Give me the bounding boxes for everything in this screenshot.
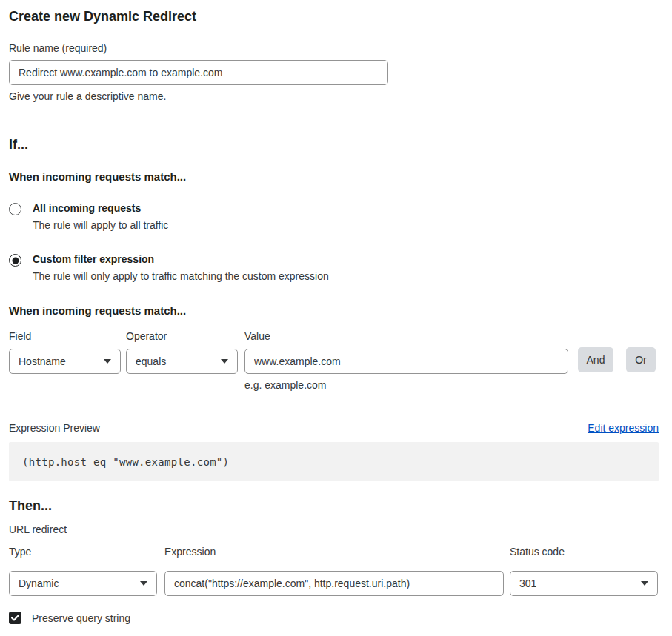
type-label: Type	[9, 546, 157, 558]
expression-preview-label: Expression Preview	[9, 422, 100, 434]
expression-preview-code: (http.host eq "www.example.com")	[9, 442, 659, 481]
value-label: Value	[244, 330, 568, 342]
radio-checked-icon[interactable]	[9, 254, 21, 267]
if-heading: If...	[9, 137, 659, 153]
filter-heading: When incoming requests match...	[9, 304, 659, 317]
redirect-config-row: Type Dynamic Expression Status code 301	[9, 546, 659, 596]
or-button[interactable]: Or	[626, 347, 656, 372]
checkbox-checked-icon[interactable]	[9, 612, 21, 624]
expression-input[interactable]	[164, 571, 504, 596]
page-title: Create new Dynamic Redirect	[9, 9, 659, 24]
url-redirect-label: URL redirect	[9, 523, 659, 535]
field-select-value: Hostname	[19, 355, 66, 367]
type-select-value: Dynamic	[19, 578, 59, 589]
value-input[interactable]	[244, 349, 568, 374]
operator-select-value: equals	[136, 355, 166, 367]
section-divider	[9, 118, 659, 118]
chevron-down-icon	[641, 581, 648, 586]
field-label: Field	[9, 330, 121, 342]
status-code-label: Status code	[510, 546, 658, 558]
preserve-query-string-label: Preserve query string	[32, 612, 130, 624]
match-heading: When incoming requests match...	[9, 170, 659, 183]
radio-option-all-requests[interactable]: All incoming requests The rule will appl…	[9, 202, 659, 231]
rule-name-label: Rule name (required)	[9, 42, 659, 54]
radio-unchecked-icon[interactable]	[9, 203, 21, 215]
radio-desc-all-requests: The rule will apply to all traffic	[33, 219, 168, 231]
value-helper: e.g. example.com	[244, 379, 568, 391]
and-button[interactable]: And	[578, 347, 613, 372]
then-heading: Then...	[9, 498, 659, 514]
match-radio-group: All incoming requests The rule will appl…	[9, 202, 659, 282]
operator-select[interactable]: equals	[126, 349, 238, 374]
preserve-query-string-option[interactable]: Preserve query string	[9, 612, 659, 624]
radio-option-custom-filter[interactable]: Custom filter expression The rule will o…	[9, 253, 659, 282]
edit-expression-link[interactable]: Edit expression	[588, 422, 659, 434]
radio-label-all-requests: All incoming requests	[33, 202, 168, 214]
create-redirect-form: Create new Dynamic Redirect Rule name (r…	[0, 0, 672, 636]
status-code-select-value: 301	[519, 578, 536, 589]
chevron-down-icon	[104, 359, 111, 364]
type-select[interactable]: Dynamic	[9, 571, 157, 596]
radio-label-custom-filter: Custom filter expression	[33, 253, 329, 265]
filter-builder-row: Field Hostname Operator equals Value e.g…	[9, 330, 659, 391]
chevron-down-icon	[221, 359, 228, 364]
expression-label: Expression	[164, 546, 504, 558]
chevron-down-icon	[140, 581, 147, 586]
expression-preview-header: Expression Preview Edit expression	[9, 422, 659, 434]
field-select[interactable]: Hostname	[9, 349, 121, 374]
radio-desc-custom-filter: The rule will only apply to traffic matc…	[33, 270, 329, 282]
rule-name-input[interactable]	[9, 60, 388, 85]
rule-name-helper: Give your rule a descriptive name.	[9, 90, 659, 102]
operator-label: Operator	[126, 330, 238, 342]
status-code-select[interactable]: 301	[510, 571, 658, 596]
andor-buttons: And Or	[578, 347, 656, 372]
